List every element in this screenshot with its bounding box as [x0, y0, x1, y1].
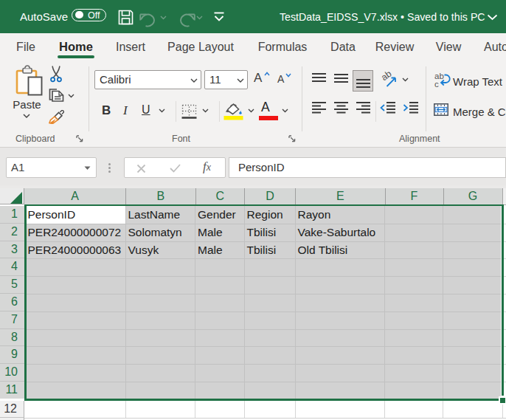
svg-text:c: c — [434, 80, 439, 88]
